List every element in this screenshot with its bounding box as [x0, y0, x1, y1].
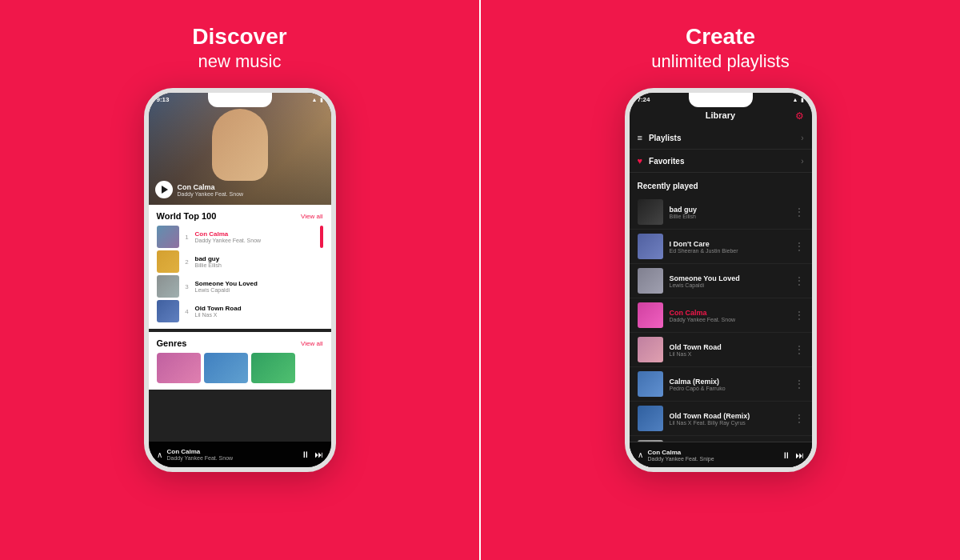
track-item: 1 Con Calma Daddy Yankee Feat. Snow — [157, 226, 323, 248]
rp-name: Calma (Remix) — [670, 378, 788, 386]
rp-item[interactable]: bad guy Billie Eilish ⋮ — [630, 195, 812, 230]
right-panel: Create unlimited playlists 7:24 ▲ ▮ Libr… — [481, 0, 960, 560]
arrow-icon: › — [801, 157, 803, 166]
rp-item[interactable]: Calma (Remix) Pedro Capó & Farruko ⋮ — [630, 367, 812, 402]
chevron-up-icon: ∧ — [638, 450, 643, 459]
genres-section: Genres View all — [149, 332, 331, 390]
battery-icon: ▮ — [320, 97, 323, 103]
genres-view-all[interactable]: View all — [301, 340, 322, 347]
rp-info: Old Town Road Lil Nas X — [670, 343, 788, 357]
track-number: 2 — [184, 258, 190, 266]
menu-left: ≡ Playlists — [638, 133, 682, 142]
track-number: 4 — [184, 308, 190, 315]
track-info: Con Calma Daddy Yankee Feat. Snow — [195, 230, 315, 243]
left-heading-bold: Discover — [192, 24, 286, 50]
playlists-label: Playlists — [649, 134, 682, 142]
more-options-icon[interactable]: ⋮ — [794, 310, 804, 321]
skip-next-icon[interactable]: ⏭ — [795, 450, 804, 460]
left-heading: Discover new music — [192, 24, 286, 72]
heart-icon: ♥ — [638, 156, 643, 166]
bb-info: Con Calma Daddy Yankee Feat. Snow — [167, 448, 296, 461]
genre-thumbnail — [157, 353, 201, 383]
chevron-up-icon: ∧ — [157, 450, 162, 459]
wifi-icon: ▲ — [312, 97, 318, 102]
rp-thumbnail — [638, 234, 663, 259]
left-screen: 9:13 ▲ ▮ Con Calma Daddy Yankee Feat. Sn… — [149, 93, 331, 467]
right-heading-bold: Create — [651, 24, 789, 50]
right-bottom-bar: ∧ Con Calma Daddy Yankee Feat. Snipe ⏸ ⏭ — [630, 442, 812, 467]
favorites-menu-item[interactable]: ♥ Favorites › — [630, 150, 812, 173]
status-time: 7:24 — [638, 96, 650, 103]
rp-artist: Daddy Yankee Feat. Snow — [670, 317, 788, 322]
rp-artist: Lewis Capaldi — [670, 282, 788, 288]
rp-thumbnail — [638, 268, 663, 294]
rp-item[interactable]: Old Town Road Lil Nas X ⋮ — [630, 333, 812, 367]
more-options-icon[interactable]: ⋮ — [794, 413, 804, 424]
track-name: bad guy — [195, 255, 323, 262]
rp-item[interactable]: Someone You Loved Lewis Capaldi ⋮ — [630, 264, 812, 298]
rp-item[interactable]: Old Town Road (Remix) Lil Nas X Feat. Bi… — [630, 402, 812, 436]
pause-icon[interactable]: ⏸ — [301, 450, 310, 459]
status-icons: ▲ ▮ — [793, 96, 804, 103]
track-item: 4 Old Town Road Lil Nas X — [157, 300, 323, 322]
np-title: Con Calma — [178, 183, 244, 191]
track-thumbnail — [157, 275, 179, 298]
track-info: bad guy Billie Eilish — [195, 255, 323, 268]
bottom-player-bar: ∧ Con Calma Daddy Yankee Feat. Snow ⏸ ⏭ — [149, 442, 331, 467]
genres-title: Genres — [157, 338, 187, 348]
rp-artist: Billie Eilish — [670, 214, 788, 219]
right-heading: Create unlimited playlists — [651, 24, 789, 72]
track-number: 3 — [184, 283, 190, 290]
skip-next-icon[interactable]: ⏭ — [314, 450, 323, 459]
bb-title: Con Calma — [167, 448, 296, 455]
status-time: 9:13 — [157, 96, 170, 103]
rp-thumbnail — [638, 406, 663, 431]
rp-thumbnail — [638, 199, 663, 225]
track-thumbnail — [157, 300, 179, 322]
right-phone: 7:24 ▲ ▮ Library ⚙ ≡ Playlists › — [625, 88, 817, 472]
rp-artist: Ed Sheeran & Justin Bieber — [670, 248, 788, 254]
wifi-icon: ▲ — [793, 97, 798, 102]
gear-icon[interactable]: ⚙ — [795, 110, 804, 122]
rp-name: Con Calma — [670, 309, 788, 317]
track-item: 2 bad guy Billie Eilish — [157, 250, 323, 273]
rp-info: Old Town Road (Remix) Lil Nas X Feat. Bi… — [670, 412, 788, 426]
more-options-icon[interactable]: ⋮ — [794, 241, 804, 252]
more-options-icon[interactable]: ⋮ — [794, 206, 804, 218]
track-item: 3 Someone You Loved Lewis Capaldi — [157, 275, 323, 298]
rp-name: Old Town Road — [670, 343, 788, 351]
playlists-menu-item[interactable]: ≡ Playlists › — [630, 126, 812, 150]
battery-icon: ▮ — [801, 97, 804, 103]
library-title: Library — [706, 110, 735, 120]
genres-header: Genres View all — [157, 338, 323, 348]
bb-artist: Daddy Yankee Feat. Snipe — [648, 456, 777, 462]
pause-icon[interactable]: ⏸ — [782, 450, 790, 460]
rp-item[interactable]: Con Calma Daddy Yankee Feat. Snow ⋮ — [630, 298, 812, 333]
phone-notch — [208, 93, 272, 107]
section-header: World Top 100 View all — [157, 211, 323, 221]
rp-item[interactable]: I Don't Care Ed Sheeran & Justin Bieber … — [630, 230, 812, 264]
left-heading-light: new music — [192, 51, 286, 72]
genre-thumbnail — [251, 353, 295, 383]
bb-artist: Daddy Yankee Feat. Snow — [167, 455, 296, 461]
right-heading-light: unlimited playlists — [651, 51, 789, 72]
bb-controls: ⏸ ⏭ — [782, 450, 804, 460]
track-artist: Lewis Capaldi — [195, 287, 323, 293]
view-all-button[interactable]: View all — [301, 213, 322, 220]
status-icons: ▲ ▮ — [312, 97, 323, 103]
more-options-icon[interactable]: ⋮ — [794, 344, 804, 355]
rp-info: I Don't Care Ed Sheeran & Justin Bieber — [670, 240, 788, 254]
play-button[interactable] — [155, 181, 173, 198]
more-options-icon[interactable]: ⋮ — [794, 378, 804, 390]
bb-info: Con Calma Daddy Yankee Feat. Snipe — [648, 449, 777, 462]
arrow-icon: › — [801, 134, 803, 142]
right-screen: 7:24 ▲ ▮ Library ⚙ ≡ Playlists › — [630, 93, 812, 467]
more-options-icon[interactable]: ⋮ — [794, 275, 804, 286]
genre-thumbnail — [204, 353, 248, 383]
phone-notch — [689, 93, 753, 107]
rp-info: Someone You Loved Lewis Capaldi — [670, 274, 788, 288]
now-playing-text: Con Calma Daddy Yankee Feat. Snow — [178, 183, 244, 197]
play-triangle-icon — [162, 186, 168, 194]
rp-thumbnail — [638, 337, 663, 362]
recently-played-title: Recently played — [638, 182, 698, 190]
